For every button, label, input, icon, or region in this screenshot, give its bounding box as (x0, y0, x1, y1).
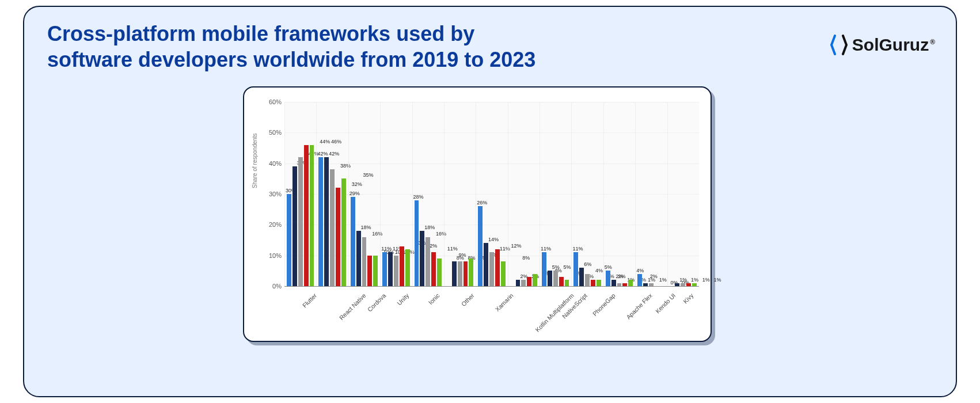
bar-group: 28%18%16%11%9% (415, 102, 442, 286)
bar: 4% (585, 274, 590, 286)
bar: 14% (484, 243, 488, 286)
bar-value-label: 26% (477, 200, 487, 206)
bar-group: 5%2%1%1%2% (606, 102, 633, 286)
category-label: Apache Flex (625, 292, 654, 321)
y-tick: 10% (264, 252, 282, 259)
bar-value-label: 8% (457, 256, 464, 261)
bar-value-label: 18% (361, 225, 371, 231)
y-tick: 20% (264, 221, 282, 228)
bar-value-label: 4% (595, 268, 603, 274)
bar-group: 30%39%42%44%46% (287, 102, 314, 286)
bar: 2% (591, 280, 595, 286)
bar: 4% (533, 274, 537, 286)
bar-value-label: 16% (372, 231, 382, 237)
bar-value-label: 1% (679, 277, 687, 283)
bar: 6% (579, 268, 584, 286)
category-label: Kivy (682, 292, 695, 305)
bar: 10% (367, 256, 372, 286)
bar-value-label: 16% (436, 231, 446, 237)
bar: 10% (373, 256, 378, 286)
bar: 30% (287, 194, 291, 286)
bar: 38% (330, 169, 335, 286)
bar: 11% (431, 252, 436, 286)
bar-value-label: 6% (584, 262, 591, 268)
bar-value-label: 4% (636, 268, 644, 274)
bar-group: 29%18%16%10%10% (351, 102, 378, 286)
bar-value-label: 1% (702, 277, 710, 283)
bar: 8% (458, 261, 462, 286)
bar-value-label: 1% (691, 277, 698, 283)
y-tick: 50% (264, 129, 282, 136)
bar: 35% (341, 178, 346, 286)
bar: 39% (293, 166, 297, 286)
bar-group: 11%11%10%13%12% (382, 102, 409, 286)
bar-group: 1%1%1%1% (670, 102, 697, 286)
brand-logo: SolGuruz® (830, 35, 935, 55)
category-label: React Native (338, 292, 367, 321)
bar-value-label: 11% (500, 246, 510, 252)
bar: 8% (452, 261, 457, 286)
bar: 42% (298, 157, 303, 286)
bar: 3% (559, 277, 564, 286)
bar-value-label: 38% (340, 164, 351, 169)
bar: 42% (324, 157, 329, 286)
bar-value-label: 1% (714, 277, 721, 283)
bar: 5% (548, 271, 552, 286)
bar: 1% (675, 283, 679, 286)
bar: 2% (597, 280, 601, 286)
bar: 28% (415, 200, 419, 286)
bar: 26% (478, 206, 483, 286)
bar-group: 4%1%1%0%0% (637, 102, 664, 286)
bar: 1% (622, 283, 627, 286)
bar-value-label: 11% (572, 246, 583, 252)
bar-value-label: 11% (541, 246, 551, 252)
bar: 32% (336, 188, 340, 286)
bar-value-label: 28% (413, 195, 424, 200)
bar-value-label: 1% (659, 277, 667, 283)
bar: 18% (420, 231, 424, 286)
bar-value-label: 18% (424, 225, 435, 231)
chart-panel: Share of respondents 30%39%42%44%46%42%4… (243, 86, 712, 342)
category-label: PhoneGap (591, 292, 617, 317)
bar: 2% (628, 280, 633, 286)
bar-group: 8%8%8%9% (446, 102, 473, 286)
category-label: Xamarin (493, 292, 514, 313)
bar-value-label: 1% (648, 277, 655, 283)
bar: 16% (426, 237, 430, 286)
bar: 10% (394, 256, 398, 286)
bar: 11% (388, 252, 393, 286)
bar: 1% (617, 283, 622, 286)
bar-group: 11%5%5%3%2% (542, 102, 569, 286)
y-tick: 40% (264, 160, 282, 167)
bar: 11% (573, 252, 578, 286)
category-label: Cordova (366, 292, 388, 313)
y-tick: 0% (264, 283, 282, 290)
page-title: Cross-platform mobile frameworks used by… (47, 21, 565, 73)
bar: 29% (351, 197, 355, 286)
bar: 12% (495, 249, 500, 286)
bar-value-label: 5% (564, 265, 571, 271)
bar-group: 26%14%11%12%8% (478, 102, 505, 286)
brand-name: SolGuruz® (852, 35, 935, 55)
bar: 9% (469, 258, 473, 286)
bar: 18% (356, 231, 361, 286)
bar-value-label: 42% (329, 151, 339, 157)
y-axis-label: Share of respondents (252, 133, 258, 188)
bar: 1% (681, 283, 685, 286)
bar: 2% (565, 280, 569, 286)
category-label: Kendo UI (654, 292, 677, 314)
bar: 13% (400, 246, 404, 286)
bar: 1% (686, 283, 691, 286)
bar: 46% (310, 145, 314, 286)
bar-group: 11%6%4%2%2% (573, 102, 601, 286)
bar: 11% (489, 252, 494, 286)
bar: 5% (606, 271, 610, 286)
bar: 11% (542, 252, 546, 286)
bar-value-label: 29% (350, 191, 360, 197)
category-label: Ionic (427, 292, 441, 306)
category-label: Flutter (301, 292, 318, 309)
bar: 42% (318, 157, 323, 286)
bar: 1% (643, 283, 648, 286)
y-tick: 60% (264, 98, 282, 105)
bar-value-label: 2% (616, 274, 624, 280)
